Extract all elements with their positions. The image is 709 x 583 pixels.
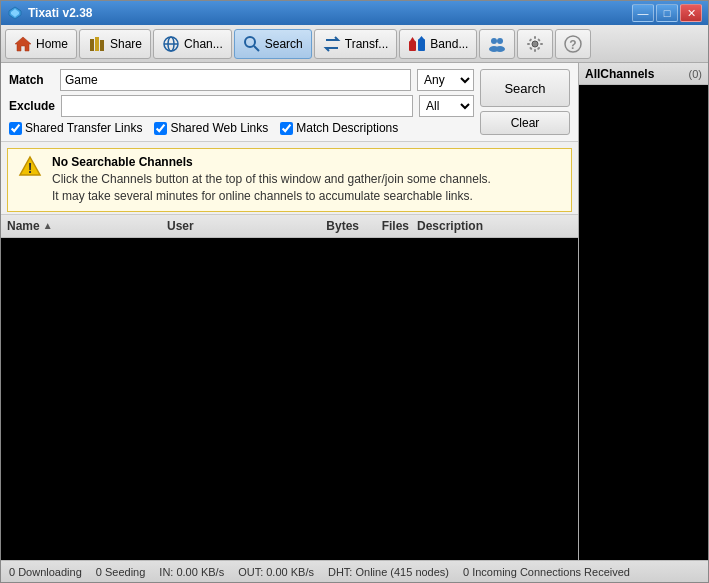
main-window: Tixati v2.38 — □ ✕ Home — [0, 0, 709, 583]
sort-arrow-name: ▲ — [43, 220, 53, 231]
side-panel-header: AllChannels (0) — [579, 63, 708, 85]
svg-rect-24 — [529, 38, 533, 42]
toolbar-home-button[interactable]: Home — [5, 29, 77, 59]
transfers-label: Transf... — [345, 37, 389, 51]
svg-rect-12 — [418, 39, 425, 51]
svg-marker-14 — [419, 36, 424, 39]
match-desc-checkbox[interactable] — [280, 122, 293, 135]
toolbar: Home Share Chan... — [1, 25, 708, 63]
shared-web-checkbox[interactable] — [154, 122, 167, 135]
peers-icon — [488, 35, 506, 53]
clear-button[interactable]: Clear — [480, 111, 570, 135]
svg-line-10 — [254, 46, 259, 51]
channels-label: Chan... — [184, 37, 223, 51]
match-row: Match Any All Exact — [9, 69, 474, 91]
svg-point-18 — [495, 46, 505, 52]
col-header-files[interactable]: Files — [367, 219, 417, 233]
shared-transfer-checkbox-label[interactable]: Shared Transfer Links — [9, 121, 142, 135]
svg-rect-26 — [529, 46, 533, 50]
warning-title: No Searchable Channels — [52, 155, 491, 169]
svg-rect-27 — [537, 46, 541, 50]
search-label: Search — [265, 37, 303, 51]
home-icon — [14, 35, 32, 53]
search-icon — [243, 35, 261, 53]
svg-rect-25 — [538, 38, 542, 42]
toolbar-bandwidth-button[interactable]: Band... — [399, 29, 477, 59]
match-desc-checkbox-label[interactable]: Match Descriptions — [280, 121, 398, 135]
toolbar-search-button[interactable]: Search — [234, 29, 312, 59]
match-dropdown[interactable]: Any All Exact — [417, 69, 474, 91]
toolbar-transfers-button[interactable]: Transf... — [314, 29, 398, 59]
toolbar-peers-button[interactable] — [479, 29, 515, 59]
side-panel: AllChannels (0) — [578, 63, 708, 560]
match-label: Match — [9, 73, 54, 87]
title-bar: Tixati v2.38 — □ ✕ — [1, 1, 708, 25]
toolbar-help-button[interactable]: ? — [555, 29, 591, 59]
svg-marker-13 — [410, 37, 415, 41]
svg-rect-21 — [534, 49, 536, 52]
home-label: Home — [36, 37, 68, 51]
svg-rect-3 — [90, 39, 94, 51]
status-downloading: 0 Downloading — [9, 566, 82, 578]
channels-icon — [162, 35, 180, 53]
close-button[interactable]: ✕ — [680, 4, 702, 22]
match-input[interactable] — [60, 69, 411, 91]
search-buttons: Search Clear — [480, 69, 570, 135]
status-seeding: 0 Seeding — [96, 566, 146, 578]
warning-icon: ! — [18, 155, 42, 179]
search-panel: Match Any All Exact Exclude — [1, 63, 578, 142]
content-area: Match Any All Exact Exclude — [1, 63, 708, 560]
svg-text:!: ! — [28, 160, 33, 176]
main-panel: Match Any All Exact Exclude — [1, 63, 578, 560]
title-controls: — □ ✕ — [632, 4, 702, 22]
settings-icon — [526, 35, 544, 53]
share-label: Share — [110, 37, 142, 51]
exclude-label: Exclude — [9, 99, 55, 113]
bandwidth-icon — [408, 35, 426, 53]
warning-box: ! No Searchable Channels Click the Chann… — [7, 148, 572, 212]
bandwidth-label: Band... — [430, 37, 468, 51]
toolbar-settings-button[interactable] — [517, 29, 553, 59]
search-button[interactable]: Search — [480, 69, 570, 107]
status-bar: 0 Downloading 0 Seeding IN: 0.00 KB/s OU… — [1, 560, 708, 582]
table-body — [1, 238, 578, 560]
warning-line2: It may take several minutes for online c… — [52, 188, 491, 205]
side-panel-count: (0) — [689, 68, 702, 80]
col-header-bytes[interactable]: Bytes — [297, 219, 367, 233]
title-text: Tixati v2.38 — [28, 6, 93, 20]
maximize-button[interactable]: □ — [656, 4, 678, 22]
status-dht: DHT: Online (415 nodes) — [328, 566, 449, 578]
app-icon — [7, 5, 23, 21]
svg-rect-4 — [95, 37, 99, 51]
exclude-input[interactable] — [61, 95, 413, 117]
warning-text-block: No Searchable Channels Click the Channel… — [52, 155, 491, 205]
exclude-dropdown[interactable]: All Any — [419, 95, 474, 117]
svg-point-9 — [245, 37, 255, 47]
status-in-speed: IN: 0.00 KB/s — [159, 566, 224, 578]
col-header-description[interactable]: Description — [417, 219, 572, 233]
status-out-speed: OUT: 0.00 KB/s — [238, 566, 314, 578]
minimize-button[interactable]: — — [632, 4, 654, 22]
side-panel-body — [579, 85, 708, 560]
search-fields: Match Any All Exact Exclude — [9, 69, 474, 135]
col-header-user[interactable]: User — [167, 219, 297, 233]
share-icon — [88, 35, 106, 53]
transfers-icon — [323, 35, 341, 53]
checkboxes-row: Shared Transfer Links Shared Web Links M… — [9, 121, 474, 135]
svg-text:?: ? — [570, 38, 577, 52]
svg-rect-20 — [534, 36, 536, 39]
help-icon: ? — [564, 35, 582, 53]
warning-line1: Click the Channels button at the top of … — [52, 171, 491, 188]
col-header-name[interactable]: Name ▲ — [7, 219, 167, 233]
toolbar-share-button[interactable]: Share — [79, 29, 151, 59]
shared-web-checkbox-label[interactable]: Shared Web Links — [154, 121, 268, 135]
svg-rect-22 — [527, 43, 530, 45]
svg-marker-2 — [15, 37, 31, 51]
toolbar-channels-button[interactable]: Chan... — [153, 29, 232, 59]
svg-point-19 — [532, 41, 538, 47]
side-panel-title: AllChannels — [585, 67, 654, 81]
title-bar-left: Tixati v2.38 — [7, 5, 93, 21]
table-header: Name ▲ User Bytes Files Description — [1, 214, 578, 238]
shared-transfer-checkbox[interactable] — [9, 122, 22, 135]
svg-point-16 — [497, 38, 503, 44]
